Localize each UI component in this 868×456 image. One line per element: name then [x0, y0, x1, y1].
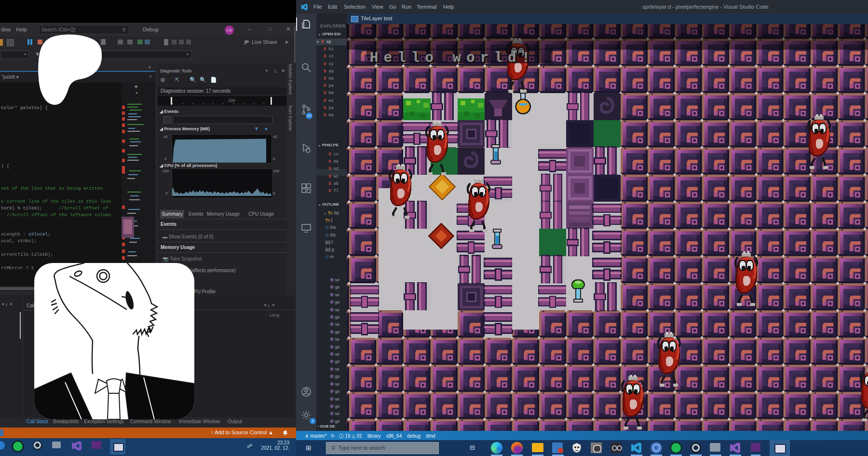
svg-text:Hello world!: Hello world! [370, 50, 535, 66]
